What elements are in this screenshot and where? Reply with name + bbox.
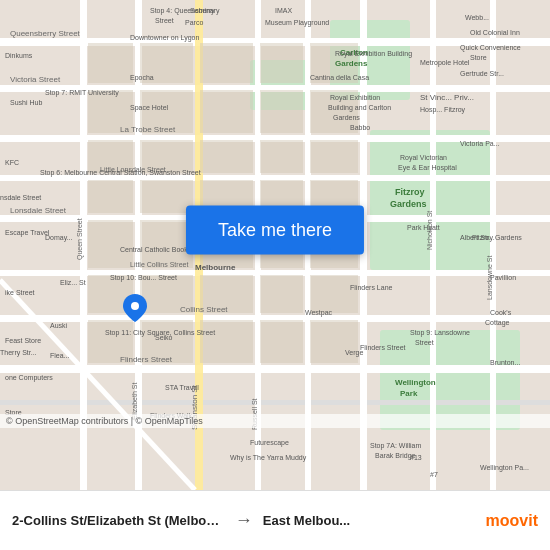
svg-text:STA Travel: STA Travel xyxy=(165,384,199,391)
svg-text:Park Hyatt: Park Hyatt xyxy=(407,224,440,232)
svg-rect-23 xyxy=(88,43,133,83)
svg-text:Wellington: Wellington xyxy=(395,378,436,387)
svg-rect-38 xyxy=(200,90,253,133)
svg-text:Stop 4: Queensberry: Stop 4: Queensberry xyxy=(150,7,215,15)
svg-text:Hosp... Fitzroy: Hosp... Fitzroy xyxy=(420,106,466,114)
svg-text:Stop 6: Melbourne Central Stat: Stop 6: Melbourne Central Station, Swans… xyxy=(40,169,201,177)
svg-text:Victoria Street: Victoria Street xyxy=(10,75,61,84)
svg-text:#7: #7 xyxy=(430,471,438,478)
svg-text:Domay...: Domay... xyxy=(45,234,73,242)
svg-text:Eye & Ear Hospital: Eye & Ear Hospital xyxy=(398,164,457,172)
svg-rect-26 xyxy=(88,180,133,213)
svg-rect-50 xyxy=(260,320,303,363)
svg-text:Stop 9: Lansdowne: Stop 9: Lansdowne xyxy=(410,329,470,337)
direction-arrow-icon: → xyxy=(235,510,253,531)
svg-text:Street: Street xyxy=(155,17,174,24)
svg-text:Metropole Hotel: Metropole Hotel xyxy=(420,59,470,67)
svg-text:Quick Convenience: Quick Convenience xyxy=(460,44,521,52)
svg-text:Feast Store: Feast Store xyxy=(5,337,41,344)
svg-text:Street: Street xyxy=(415,339,434,346)
svg-rect-37 xyxy=(200,43,253,83)
svg-text:Eliz... St: Eliz... St xyxy=(60,279,86,286)
svg-text:Escape Travel: Escape Travel xyxy=(5,229,50,237)
svg-text:Victoria Pa...: Victoria Pa... xyxy=(460,140,500,147)
svg-rect-53 xyxy=(310,140,358,173)
svg-text:Fitzroy: Fitzroy xyxy=(395,187,425,197)
svg-text:La Trobe Street: La Trobe Street xyxy=(120,125,176,134)
svg-rect-43 xyxy=(200,320,253,363)
svg-text:Queen Street: Queen Street xyxy=(76,218,84,260)
map-container: Queensberry Street Victoria Street La Tr… xyxy=(0,0,550,490)
svg-text:St Vinc... Priv...: St Vinc... Priv... xyxy=(420,93,474,102)
svg-text:Babbo: Babbo xyxy=(350,124,370,131)
svg-text:Store: Store xyxy=(470,54,487,61)
svg-text:Flinders Street: Flinders Street xyxy=(120,355,173,364)
svg-text:Flinders Lane: Flinders Lane xyxy=(350,284,393,291)
svg-text:Park: Park xyxy=(400,389,418,398)
svg-text:Flea...: Flea... xyxy=(50,352,70,359)
svg-text:Therry Str...: Therry Str... xyxy=(0,349,37,357)
svg-text:IMAX: IMAX xyxy=(275,7,292,14)
svg-rect-46 xyxy=(260,140,303,173)
svg-text:Gardens: Gardens xyxy=(390,199,427,209)
svg-text:Gardens: Gardens xyxy=(335,59,368,68)
svg-text:Flinders Street: Flinders Street xyxy=(360,344,406,351)
svg-text:Collins Street: Collins Street xyxy=(180,305,228,314)
svg-text:Queensberry Street: Queensberry Street xyxy=(10,29,81,38)
svg-text:Dinkums: Dinkums xyxy=(5,52,33,59)
svg-text:Webb...: Webb... xyxy=(465,14,489,21)
to-location: East Melbou... xyxy=(263,513,476,528)
svg-point-147 xyxy=(131,302,139,310)
svg-text:Royal Exhibition: Royal Exhibition xyxy=(330,94,380,102)
svg-text:Downtowner on Lygon: Downtowner on Lygon xyxy=(130,34,200,42)
svg-text:Building and Carlton: Building and Carlton xyxy=(328,104,391,112)
to-stop-name: East Melbou... xyxy=(263,513,476,528)
svg-text:Albert Str...: Albert Str... xyxy=(460,234,495,241)
svg-text:Parco: Parco xyxy=(185,19,203,26)
svg-text:Little Collins Street: Little Collins Street xyxy=(130,261,188,268)
svg-text:Stop 7A: William: Stop 7A: William xyxy=(370,442,422,450)
svg-text:Cantina della Casa: Cantina della Casa xyxy=(310,74,369,81)
svg-text:Space Hotel: Space Hotel xyxy=(130,104,169,112)
svg-text:Stop 10: Bou... Street: Stop 10: Bou... Street xyxy=(110,274,177,282)
svg-text:Stop 11: City Square, Collins : Stop 11: City Square, Collins Street xyxy=(105,329,215,337)
svg-rect-57 xyxy=(310,320,358,363)
bottom-bar: 2-Collins St/Elizabeth St (Melbourn... →… xyxy=(0,490,550,550)
svg-text:Museum Playground: Museum Playground xyxy=(265,19,329,27)
take-me-there-button[interactable]: Take me there xyxy=(186,206,364,255)
svg-text:Lonsdale Street: Lonsdale Street xyxy=(10,206,67,215)
svg-text:one Computers: one Computers xyxy=(5,374,53,382)
svg-text:Gertrude Str...: Gertrude Str... xyxy=(460,70,504,77)
moovit-logo: moovit xyxy=(486,512,538,530)
copyright-strip: © OpenStreetMap contributors | © OpenMap… xyxy=(0,414,550,428)
svg-text:ike Street: ike Street xyxy=(5,289,35,296)
svg-rect-45 xyxy=(260,90,303,133)
svg-text:Old Colonial Inn: Old Colonial Inn xyxy=(470,29,520,36)
svg-text:Auski: Auski xyxy=(50,322,68,329)
svg-text:Royal Exhibition Building: Royal Exhibition Building xyxy=(335,50,412,58)
svg-text:Brunton...: Brunton... xyxy=(490,359,520,366)
svg-rect-44 xyxy=(260,43,303,83)
svg-text:Why is The Yarra Muddy: Why is The Yarra Muddy xyxy=(230,454,307,462)
svg-text:KFC: KFC xyxy=(5,159,19,166)
svg-text:Stop 7: RMIT University: Stop 7: RMIT University xyxy=(45,89,119,97)
svg-text:Royal Victorian: Royal Victorian xyxy=(400,154,447,162)
svg-text:nsdale Street: nsdale Street xyxy=(0,194,41,201)
from-stop-name: 2-Collins St/Elizabeth St (Melbourn... xyxy=(12,513,225,528)
svg-rect-39 xyxy=(200,140,253,173)
svg-text:Cook's: Cook's xyxy=(490,309,512,316)
svg-text:Gardens: Gardens xyxy=(333,114,360,121)
svg-rect-27 xyxy=(88,220,133,268)
svg-text:Futurescape: Futurescape xyxy=(250,439,289,447)
moovit-brand-text: moovit xyxy=(486,512,538,530)
svg-text:Epocha: Epocha xyxy=(130,74,154,82)
svg-text:Sushi Hub: Sushi Hub xyxy=(10,99,42,106)
svg-text:Pavillion: Pavillion xyxy=(490,274,516,281)
svg-text:Cottage: Cottage xyxy=(485,319,510,327)
svg-text:Barak Bridge: Barak Bridge xyxy=(375,452,416,460)
svg-text:Melbourne: Melbourne xyxy=(195,263,236,272)
from-location: 2-Collins St/Elizabeth St (Melbourn... xyxy=(12,513,225,528)
svg-text:Westpac: Westpac xyxy=(305,309,333,317)
svg-text:Wellington Pa...: Wellington Pa... xyxy=(480,464,529,472)
svg-rect-49 xyxy=(260,275,303,313)
